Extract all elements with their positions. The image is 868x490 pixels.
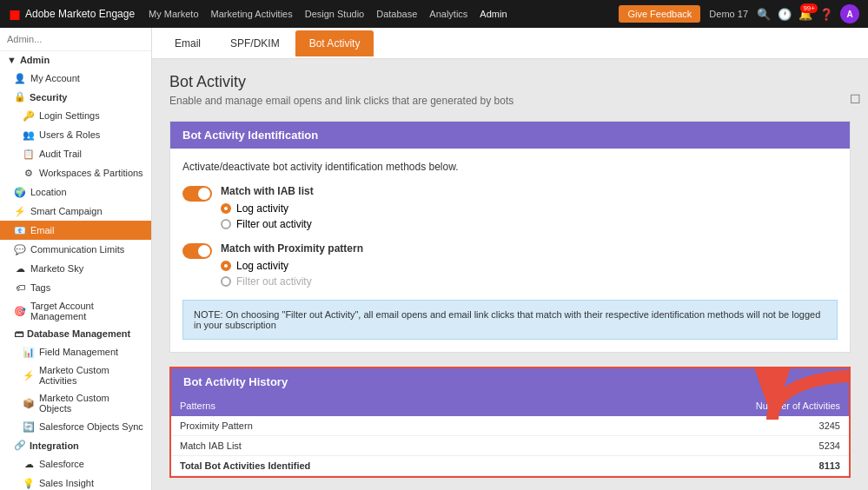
workspaces-icon: ⚙: [23, 167, 35, 179]
iab-log-option[interactable]: Log activity: [221, 202, 314, 215]
iab-label: Match with IAB list: [221, 185, 314, 197]
page-title: Bot Activity: [169, 73, 851, 91]
target-icon: 🎯: [14, 305, 26, 317]
history-card-body: Patterns Number of Activities Proximity …: [171, 395, 849, 476]
nav-marketing-activities[interactable]: Marketing Activities: [211, 9, 293, 19]
sidebar-search-input[interactable]: [7, 34, 144, 44]
user-avatar[interactable]: A: [840, 4, 859, 23]
page-subtitle: Enable and manage email opens and link c…: [169, 95, 851, 107]
sidebar-search-container: [0, 28, 151, 51]
proximity-options: Match with Proximity pattern Log activit…: [221, 242, 363, 288]
count-1: 5234: [573, 436, 849, 456]
proximity-label: Match with Proximity pattern: [221, 242, 363, 255]
field-icon: 📊: [23, 346, 35, 358]
proximity-filter-radio[interactable]: [221, 276, 231, 287]
page-content: ☐ Bot Activity Enable and manage email o…: [152, 59, 868, 490]
pattern-0: Proximity Pattern: [171, 416, 573, 436]
proximity-filter-option[interactable]: Filter out activity: [221, 275, 363, 288]
history-table: Patterns Number of Activities Proximity …: [171, 395, 849, 476]
sidebar-item-marketo-custom-activities[interactable]: ⚡ Marketo Custom Activities: [0, 361, 151, 389]
maximize-icon[interactable]: ☐: [850, 92, 861, 106]
insight-icon: 💡: [23, 477, 35, 489]
sidebar-item-login-settings[interactable]: 🔑 Login Settings: [0, 106, 151, 125]
sidebar-item-smart-campaign[interactable]: ⚡ Smart Campaign: [0, 202, 151, 221]
proximity-log-option[interactable]: Log activity: [221, 260, 363, 272]
search-icon[interactable]: 🔍: [757, 8, 771, 21]
history-card-header: Bot Activity History: [171, 368, 849, 395]
sidebar-item-integration-group[interactable]: 🔗 Integration: [0, 436, 151, 454]
tab-spf-dkim[interactable]: SPF/DKIM: [216, 30, 294, 56]
history-row-1: Match IAB List 5234: [171, 436, 849, 456]
sidebar-item-security-group[interactable]: 🔒 Security: [0, 88, 151, 106]
sidebar-item-target-account[interactable]: 🎯 Target Account Management: [0, 297, 151, 325]
col-activities: Number of Activities: [573, 395, 849, 416]
proximity-log-radio[interactable]: [221, 261, 231, 271]
tab-bot-activity[interactable]: Bot Activity: [295, 30, 374, 56]
sidebar-item-location[interactable]: 🌍 Location: [0, 182, 151, 202]
demo-user-label: Demo 17: [709, 9, 748, 19]
sidebar-item-communication-limits[interactable]: 💬 Communication Limits: [0, 240, 151, 259]
iab-options: Match with IAB list Log activity Filter …: [221, 185, 314, 230]
iab-filter-radio[interactable]: [221, 219, 231, 229]
feedback-button[interactable]: Give Feedback: [619, 5, 700, 23]
salesforce-icon: ☁: [23, 458, 35, 470]
sidebar-item-my-account[interactable]: 👤 My Account: [0, 69, 151, 88]
top-nav: ◼ Adobe Marketo Engage My Marketo Market…: [0, 0, 868, 28]
identification-card-body: Activate/deactivate bot activity identif…: [170, 149, 850, 352]
clock-icon[interactable]: 🕐: [778, 8, 792, 21]
iab-log-radio[interactable]: [221, 203, 231, 214]
identification-card-header: Bot Activity Identification: [170, 122, 850, 149]
nav-right: Give Feedback Demo 17 🔍 🕐 🔔99+ ❓ A: [619, 4, 859, 23]
count-0: 3245: [573, 416, 849, 436]
sidebar-item-admin-group[interactable]: ▼ Admin: [0, 51, 151, 69]
chat-icon: 💬: [14, 243, 26, 255]
sidebar-item-salesforce[interactable]: ☁ Salesforce: [0, 454, 151, 473]
sidebar-item-tags[interactable]: 🏷 Tags: [0, 278, 151, 297]
content-area: Email SPF/DKIM Bot Activity ☐ Bot Activi…: [152, 28, 868, 490]
sidebar-item-email[interactable]: 📧 Email: [0, 221, 151, 240]
nav-analytics[interactable]: Analytics: [429, 9, 467, 19]
help-icon[interactable]: ❓: [819, 8, 833, 21]
tab-email[interactable]: Email: [161, 30, 215, 56]
main-layout: ▼ Admin 👤 My Account 🔒 Security 🔑 Login …: [0, 28, 868, 490]
database-icon: 🗃: [14, 328, 23, 339]
brand-name: Adobe Marketo Engage: [25, 8, 135, 20]
key-icon: 🔑: [23, 109, 35, 122]
audit-icon: 📋: [23, 148, 35, 160]
sidebar-item-field-management[interactable]: 📊 Field Management: [0, 342, 151, 361]
main-nav: My Marketo Marketing Activities Design S…: [149, 9, 507, 19]
sidebar-item-marketo-sky[interactable]: ☁ Marketo Sky: [0, 259, 151, 278]
iab-radio-group: Log activity Filter out activity: [221, 202, 314, 230]
history-table-header-row: Patterns Number of Activities: [171, 395, 849, 416]
lock-icon: 🔒: [14, 91, 26, 103]
proximity-radio-group: Log activity Filter out activity: [221, 260, 363, 288]
iab-toggle[interactable]: [182, 186, 212, 202]
col-patterns: Patterns: [171, 395, 573, 416]
integration-icon: 🔗: [14, 440, 26, 451]
user-icon: 👤: [14, 72, 26, 84]
globe-icon: 🌍: [14, 186, 26, 198]
proximity-toggle[interactable]: [182, 243, 212, 259]
sidebar-item-marketo-custom-objects[interactable]: 📦 Marketo Custom Objects: [0, 389, 151, 417]
nav-admin[interactable]: Admin: [480, 9, 507, 19]
iab-filter-option[interactable]: Filter out activity: [221, 218, 314, 230]
lightning-icon: ⚡: [14, 205, 26, 217]
sidebar-item-audit-trail[interactable]: 📋 Audit Trail: [0, 144, 151, 163]
nav-design-studio[interactable]: Design Studio: [305, 9, 365, 19]
history-row-0: Proximity Pattern 3245: [171, 416, 849, 436]
nav-database[interactable]: Database: [376, 9, 417, 19]
sidebar-item-salesforce-objects-sync[interactable]: 🔄 Salesforce Objects Sync: [0, 417, 151, 436]
pattern-1: Match IAB List: [171, 436, 573, 456]
activity-icon: ⚡: [23, 369, 35, 381]
sidebar-item-database-mgmt-group[interactable]: 🗃 Database Management: [0, 325, 151, 342]
nav-my-marketo[interactable]: My Marketo: [149, 9, 198, 19]
email-icon: 📧: [14, 224, 26, 236]
tag-icon: 🏷: [14, 281, 26, 294]
notification-icon[interactable]: 🔔99+: [798, 8, 812, 21]
sidebar-item-sales-insight[interactable]: 💡 Sales Insight: [0, 473, 151, 490]
sidebar-item-workspaces[interactable]: ⚙ Workspaces & Partitions: [0, 163, 151, 182]
sidebar-item-users-roles[interactable]: 👥 Users & Roles: [0, 125, 151, 144]
toggle-row-proximity: Match with Proximity pattern Log activit…: [182, 242, 838, 288]
nav-icons: 🔍 🕐 🔔99+ ❓ A: [757, 4, 859, 23]
tab-bar: Email SPF/DKIM Bot Activity: [152, 28, 868, 59]
